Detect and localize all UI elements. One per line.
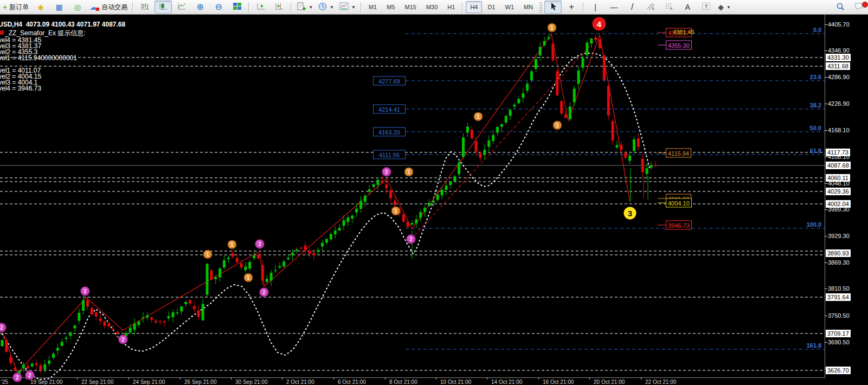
zoom-in-button[interactable]: ⊕ [191, 1, 209, 14]
timeframe-button-d1[interactable]: D1 [483, 1, 499, 13]
candle-chart-button[interactable] [155, 1, 172, 14]
crosshair-button[interactable]: + [563, 1, 580, 14]
bar-chart-button[interactable] [136, 1, 153, 14]
chevron-down-icon: ▼ [308, 5, 313, 10]
time-axis-label[interactable]: 22 Oct 21:00 [645, 379, 676, 385]
time-axis-label[interactable]: 30 Sep 21:00 [235, 379, 268, 385]
new-order-button[interactable]: +新订单 [1, 1, 31, 14]
candle-body [321, 242, 324, 246]
time-axis-label[interactable]: 20 Oct 21:00 [594, 379, 625, 385]
time-axis-label[interactable]: 10 Oct 21:00 [440, 379, 471, 385]
channel-button[interactable]: E [642, 1, 659, 14]
tile-windows-button[interactable] [228, 1, 246, 14]
time-axis-label[interactable]: 14 Oct 21:00 [491, 379, 522, 385]
candle-body [487, 140, 490, 147]
price-axis-tick [825, 104, 827, 104]
trendline-button[interactable]: / [623, 1, 641, 14]
price-axis-label[interactable]: 3690.50 [828, 339, 850, 345]
candle-body [287, 258, 290, 260]
fibonacci-price-box[interactable]: 4277.69 [373, 76, 406, 86]
timeframe-button-h1[interactable]: H1 [443, 1, 459, 13]
chart-canvas[interactable] [0, 0, 825, 385]
price-axis-label[interactable]: 4405.70 [828, 21, 850, 28]
time-axis-label[interactable]: 24 Sep 21:00 [133, 379, 165, 385]
fibonacci-percent-label: 50.0 [781, 125, 821, 131]
price-tag[interactable]: 4004.10 [666, 198, 692, 208]
time-axis-label[interactable]: 6 Oct 21:00 [338, 379, 366, 385]
fibo-button[interactable]: F [660, 1, 678, 14]
timeframe-button-m15[interactable]: M15 [401, 1, 421, 13]
price-axis-tick [825, 183, 827, 184]
new-template-button[interactable]: ▼ [294, 1, 315, 14]
price-axis-label[interactable]: 3750.50 [828, 312, 850, 319]
price-axis-label[interactable]: 4346.90 [828, 47, 850, 54]
timeframe-button-m1[interactable]: M1 [364, 1, 381, 13]
fibonacci-price-box[interactable]: 4214.41 [373, 105, 406, 114]
price-tag[interactable]: 4115.94 [666, 149, 691, 158]
timeframe-button-h4[interactable]: H4 [466, 1, 482, 13]
candle-body [637, 138, 640, 147]
fibonacci-price-box[interactable]: 4163.20 [373, 127, 406, 137]
time-axis-tick [231, 377, 232, 380]
price-axis-label[interactable]: 4168.10 [828, 127, 850, 133]
time-axis-label[interactable]: 8 Oct 21:00 [389, 379, 417, 385]
candle-body [590, 39, 593, 43]
candle-body [419, 212, 422, 218]
timeframe-button-m30[interactable]: M30 [422, 1, 442, 13]
time-axis-tick [538, 377, 539, 380]
candle-body [496, 127, 499, 133]
price-tag[interactable]: 3946.73 [666, 221, 692, 230]
price-axis-tick [825, 77, 827, 78]
period-button[interactable]: ▼ [316, 1, 336, 14]
price-tag-stub [658, 153, 666, 153]
cursor-button[interactable] [544, 1, 562, 14]
indicators-button[interactable]: ▼ [337, 1, 358, 14]
timeframe-button-w1[interactable]: W1 [501, 1, 519, 13]
candle-body [312, 253, 315, 255]
arrows-button[interactable]: ◆▼ [716, 1, 733, 14]
text-button[interactable]: A [679, 1, 696, 14]
chat-button[interactable] [850, 1, 867, 14]
time-axis-label[interactable]: 2 Oct 21:00 [286, 379, 314, 385]
auto-scroll-button[interactable] [252, 1, 269, 14]
time-axis-label[interactable]: '25 [1, 379, 8, 385]
search-button[interactable] [832, 1, 849, 14]
line-chart-button[interactable] [173, 1, 190, 14]
price-axis-label[interactable]: 3869.30 [828, 259, 850, 266]
toolbar-separator [361, 2, 362, 12]
candle-body [351, 216, 353, 219]
metaeditor-button[interactable]: ◆ [32, 1, 49, 14]
price-axis-label[interactable]: 3810.50 [828, 285, 850, 292]
price-axis-label[interactable]: 4226.90 [828, 100, 850, 107]
price-axis-label[interactable]: 4286.90 [828, 74, 850, 80]
time-axis-label[interactable]: 16 Oct 21:00 [543, 379, 574, 385]
zoom-out-icon: ⊖ [215, 3, 222, 11]
price-tag[interactable]: 4355.30 [666, 41, 692, 50]
timeframe-button-mn[interactable]: MN [519, 1, 537, 13]
candle-body [86, 300, 89, 307]
auto-trading-button[interactable]: ☁自动交易 [87, 1, 130, 14]
toolbar-drag-handle[interactable] [539, 2, 542, 12]
fibonacci-price-box[interactable]: 4111.55 [373, 150, 406, 159]
time-axis-label[interactable]: 19 Sep 21:00 [30, 379, 63, 385]
semafor-marker-2: 2 [80, 286, 90, 296]
candle-body [556, 71, 558, 95]
candle-body [343, 220, 345, 226]
timeframe-button-m5[interactable]: M5 [382, 1, 399, 13]
time-axis-label[interactable]: 26 Sep 21:00 [184, 379, 217, 385]
price-tag[interactable]: 4381.374381.45 [666, 28, 692, 37]
candle-body [654, 165, 657, 166]
price-axis-separator[interactable] [825, 15, 825, 378]
time-axis-label[interactable]: 22 Sep 21:00 [81, 379, 114, 385]
navigator-button[interactable]: ◎ [69, 1, 86, 14]
chart-shift-button[interactable] [271, 1, 288, 14]
time-axis-separator[interactable] [0, 377, 825, 378]
vline-button[interactable]: | [587, 1, 604, 14]
price-axis-highlight-label: 3791.64 [826, 293, 851, 301]
hline-button[interactable]: — [605, 1, 622, 14]
zoom-out-button[interactable]: ⊖ [210, 1, 227, 14]
label-button[interactable]: T [697, 1, 715, 14]
candle-body [227, 258, 230, 259]
price-axis-label[interactable]: 3929.30 [828, 233, 850, 239]
market-watch-button[interactable]: ▦ [50, 1, 68, 14]
